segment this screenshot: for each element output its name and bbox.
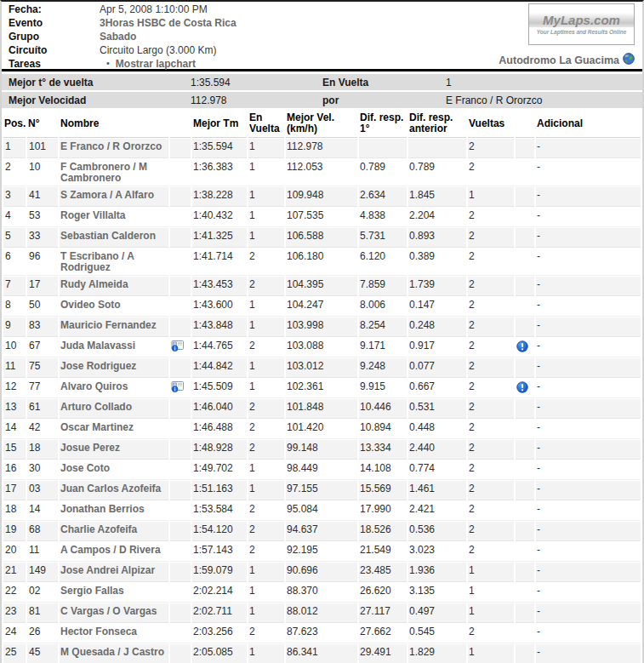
best-time-cell: 1:36.383 <box>192 159 247 186</box>
laps-cell: 2 <box>468 624 514 643</box>
on-lap-cell: 2 <box>248 522 284 541</box>
best-time-cell: 1:41.714 <box>192 249 247 276</box>
col-header-card-icon <box>170 111 191 138</box>
additional-cell: - <box>536 228 641 248</box>
best-speed-cell: 112.978 <box>286 139 357 158</box>
car-number-cell: 75 <box>27 358 58 378</box>
laps-cell: 2 <box>468 501 514 521</box>
position-cell: 2 <box>3 159 26 186</box>
on-lap-cell: 1 <box>248 481 284 500</box>
laps-cell: 2 <box>468 379 514 398</box>
driver-name-cell: Oscar Martinez <box>60 420 168 439</box>
car-number-cell: 53 <box>27 208 58 227</box>
laps-cell: 2 <box>468 159 514 186</box>
gap-to-prev-cell: 2.421 <box>408 501 466 521</box>
info-value: Apr 5, 2008 1:10:00 PM <box>100 3 208 15</box>
best-speed-cell: 106.180 <box>286 249 357 276</box>
table-row: 14 42 Oscar Martinez 1:46.488 2 101.420 … <box>3 420 641 439</box>
car-number-cell: 10 <box>27 159 58 186</box>
additional-cell: - <box>536 481 641 500</box>
laps-cell: 2 <box>468 317 514 337</box>
best-speed-cell: 109.948 <box>286 187 357 207</box>
car-number-cell: 61 <box>27 399 58 419</box>
gap-to-prev-cell: 0.077 <box>408 358 466 378</box>
driver-card-cell <box>170 603 191 623</box>
page-header: Fecha: Apr 5, 2008 1:10:00 PM Evento 3Ho… <box>2 2 642 69</box>
car-number-cell: 02 <box>27 583 58 603</box>
driver-name-cell: Hector Fonseca <box>60 624 168 643</box>
header-row: Pos. N° Nombre Mejor Tm En Vuelta Mejor … <box>3 111 641 138</box>
alert-cell <box>516 228 534 248</box>
driver-name-cell: Rudy Almeida <box>60 277 168 296</box>
driver-card-icon[interactable] <box>171 340 184 354</box>
alert-cell <box>516 187 534 207</box>
info-label: Grupo <box>9 31 100 43</box>
gap-to-prev-cell: 1.461 <box>408 481 466 500</box>
position-cell: 10 <box>3 338 26 357</box>
best-time-cell: 1:53.584 <box>192 501 247 521</box>
best-speed-cell: 94.637 <box>286 522 357 541</box>
table-row: 8 50 Ovideo Soto 1:43.600 1 104.247 8.00… <box>3 297 641 317</box>
by-label: por <box>322 94 446 106</box>
summary-row-best-speed: Mejor Velocidad 112.978 por E Franco / R… <box>2 92 642 108</box>
info-label: Tareas <box>9 58 100 70</box>
driver-name-cell: Jose Coto <box>60 460 168 480</box>
best-speed-cell: 104.247 <box>286 297 357 317</box>
best-lap-label: Mejor t° de vuelta <box>2 77 191 89</box>
additional-cell: - <box>536 277 641 296</box>
results-header: Pos. N° Nombre Mejor Tm En Vuelta Mejor … <box>3 111 641 138</box>
best-time-cell: 2:03.256 <box>192 624 247 643</box>
table-row: 3 41 S Zamora / A Alfaro 1:38.228 1 109.… <box>3 187 641 207</box>
additional-cell: - <box>536 603 641 623</box>
position-cell: 4 <box>3 208 26 227</box>
best-time-cell: 1:51.163 <box>192 481 247 500</box>
driver-card-icon[interactable] <box>171 381 184 395</box>
driver-card-cell <box>170 228 191 248</box>
gap-to-first-cell: 2.634 <box>359 187 407 207</box>
best-speed-label: Mejor Velocidad <box>2 94 191 106</box>
laps-cell: 1 <box>468 187 514 207</box>
best-speed-cell: 103.998 <box>286 317 357 337</box>
driver-card-cell <box>170 249 191 276</box>
col-header-dif-ant: Dif. resp. anterior <box>408 111 466 138</box>
driver-name-cell: Juda Malavassi <box>60 338 168 357</box>
car-number-cell: 42 <box>27 420 58 439</box>
driver-card-cell <box>170 159 191 186</box>
alert-cell <box>516 379 534 398</box>
info-alert-icon[interactable] <box>516 340 528 355</box>
alert-cell <box>516 420 534 439</box>
best-speed-cell: 88.012 <box>286 603 357 623</box>
best-speed-cell: 106.588 <box>286 228 357 248</box>
gap-to-first-cell: 6.120 <box>359 249 407 276</box>
laps-cell: 1 <box>468 603 514 623</box>
alert-cell <box>516 481 534 500</box>
driver-name-cell: Sergio Fallas <box>60 583 168 603</box>
venue-link[interactable]: Autodromo La Guacima <box>499 53 635 67</box>
additional-cell: - <box>536 317 641 337</box>
driver-card-cell <box>170 297 191 317</box>
car-number-cell: 77 <box>27 379 58 398</box>
gap-to-prev-cell: 0.917 <box>408 338 466 357</box>
car-number-cell: 03 <box>27 481 58 500</box>
car-number-cell: 45 <box>27 644 58 663</box>
laps-cell: 2 <box>468 338 514 357</box>
car-number-cell: 67 <box>27 338 58 357</box>
gap-to-first-cell: 27.117 <box>359 603 407 623</box>
info-alert-icon[interactable] <box>516 381 528 396</box>
position-cell: 15 <box>3 440 26 460</box>
mylaps-logo[interactable]: MyLaps.com Your Laptimes and Results Onl… <box>528 3 635 45</box>
best-time-cell: 1:57.143 <box>192 542 247 562</box>
best-speed-cell: 99.148 <box>286 440 357 460</box>
show-lapchart-link[interactable]: Mostrar lapchart <box>116 58 196 70</box>
best-time-cell: 1:46.040 <box>192 399 247 419</box>
driver-name-cell: Ovideo Soto <box>60 297 168 317</box>
on-lap-cell: 2 <box>248 440 284 460</box>
on-lap-cell: 2 <box>248 249 284 276</box>
best-speed-cell: 102.361 <box>286 379 357 398</box>
gap-to-prev-cell: 1.845 <box>408 187 466 207</box>
driver-card-cell <box>170 317 191 337</box>
best-time-cell: 1:43.600 <box>192 297 247 317</box>
on-lap-cell: 1 <box>248 563 284 582</box>
on-lap-cell: 1 <box>248 644 284 663</box>
col-header-num: N° <box>27 111 58 138</box>
